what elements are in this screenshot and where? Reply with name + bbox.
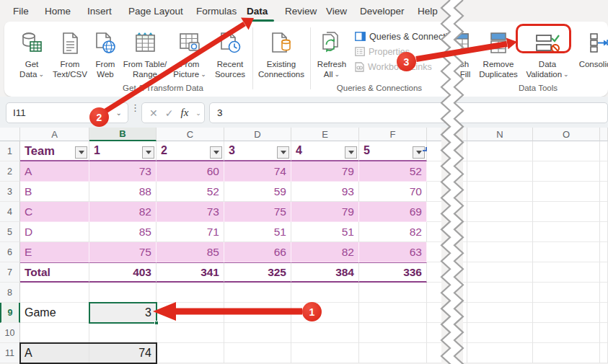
empty-cell[interactable] [467, 262, 533, 283]
table-resize-handle[interactable] [423, 147, 427, 151]
table-cell[interactable]: B [20, 182, 89, 202]
tab-page-layout[interactable]: Page Layout [128, 0, 183, 22]
empty-cell[interactable] [89, 323, 157, 343]
table-cell[interactable]: 70 [359, 182, 427, 202]
empty-cell[interactable] [533, 343, 600, 363]
empty-cell[interactable] [467, 283, 533, 303]
table-cell[interactable]: 82 [89, 202, 157, 222]
table-cell[interactable]: 74 [224, 161, 291, 182]
empty-cell[interactable] [157, 283, 224, 303]
empty-cell[interactable] [600, 283, 608, 303]
empty-cell[interactable] [467, 161, 533, 182]
table-header-5[interactable]: 5 [359, 141, 427, 161]
table-cell[interactable]: 51 [291, 222, 359, 242]
row-header-6[interactable]: 6 [0, 242, 20, 262]
table-header-3[interactable]: 3 [224, 141, 291, 161]
table-cell[interactable]: 79 [291, 202, 359, 222]
enter-icon[interactable]: ✓ [165, 107, 174, 119]
empty-cell[interactable] [467, 343, 533, 363]
formula-bar-options-icon[interactable]: ⋮ [131, 105, 140, 110]
total-cell[interactable]: 336 [359, 262, 427, 283]
empty-cell[interactable] [224, 323, 291, 343]
row-header-3[interactable]: 3 [0, 182, 20, 202]
row-header-1[interactable]: 1 [0, 141, 20, 161]
column-header-c[interactable]: C [157, 128, 224, 141]
table-cell[interactable]: E [20, 242, 89, 262]
tab-help[interactable]: Help [418, 0, 438, 22]
tab-home[interactable]: Home [45, 0, 71, 22]
empty-cell[interactable] [467, 141, 533, 161]
cancel-icon[interactable]: ✕ [149, 107, 158, 119]
column-header-f[interactable]: F [359, 128, 427, 141]
empty-cell[interactable] [359, 343, 427, 363]
empty-cell[interactable] [467, 242, 533, 262]
empty-cell[interactable] [467, 303, 533, 323]
empty-cell[interactable] [600, 242, 608, 262]
column-header-b[interactable]: B [89, 128, 157, 141]
empty-cell[interactable] [427, 161, 441, 182]
empty-cell[interactable] [224, 303, 291, 323]
filter-dropdown-icon[interactable] [142, 146, 154, 159]
table-header-2[interactable]: 2 [157, 141, 224, 161]
filter-dropdown-icon[interactable] [75, 146, 87, 159]
row-header-10[interactable]: 10 [0, 323, 20, 343]
table-cell[interactable]: 85 [89, 222, 157, 242]
row-header-11[interactable]: 11 [0, 343, 20, 363]
name-box[interactable]: I11 ⌄ [6, 102, 128, 123]
filter-dropdown-icon[interactable] [277, 146, 289, 159]
filter-dropdown-icon[interactable] [345, 146, 357, 159]
table-cell[interactable]: 69 [359, 202, 427, 222]
empty-cell[interactable] [427, 323, 441, 343]
empty-cell[interactable] [600, 303, 608, 323]
empty-cell[interactable] [467, 182, 533, 202]
table-cell[interactable]: 82 [291, 242, 359, 262]
empty-cell[interactable] [533, 323, 600, 343]
empty-cell[interactable] [224, 343, 291, 363]
empty-cell[interactable] [157, 343, 224, 363]
tab-review[interactable]: Review [285, 0, 317, 22]
table-cell[interactable]: 75 [89, 242, 157, 262]
row-header-8[interactable]: 8 [0, 283, 20, 303]
table-cell[interactable]: 66 [224, 242, 291, 262]
empty-cell[interactable] [224, 283, 291, 303]
tab-developer[interactable]: Developer [360, 0, 405, 22]
empty-cell[interactable] [600, 343, 608, 363]
empty-cell[interactable] [427, 182, 441, 202]
table-cell[interactable]: 60 [157, 161, 224, 182]
empty-cell[interactable] [427, 303, 441, 323]
table-cell[interactable]: C [20, 202, 89, 222]
table-cell[interactable]: 73 [89, 161, 157, 182]
empty-cell[interactable] [600, 182, 608, 202]
total-label-cell[interactable]: Total [20, 262, 89, 283]
table-cell[interactable]: A [20, 161, 89, 182]
table-cell[interactable]: 51 [224, 222, 291, 242]
table-cell[interactable]: 93 [291, 182, 359, 202]
table-cell[interactable]: 52 [157, 182, 224, 202]
table-cell[interactable]: D [20, 222, 89, 242]
tab-data[interactable]: Data [247, 0, 268, 22]
get-data-button[interactable]: Get Data [12, 25, 52, 97]
column-header-e[interactable]: E [291, 128, 359, 141]
fill-handle[interactable] [154, 321, 159, 325]
empty-cell[interactable] [427, 262, 441, 283]
empty-cell[interactable] [533, 262, 600, 283]
empty-cell[interactable] [291, 343, 359, 363]
total-cell[interactable]: 325 [224, 262, 291, 283]
table-cell[interactable]: 88 [89, 182, 157, 202]
row-header-9[interactable]: 9 [0, 303, 20, 323]
empty-cell[interactable] [467, 323, 533, 343]
empty-cell[interactable] [359, 283, 427, 303]
formula-input[interactable]: 3 [209, 102, 608, 123]
column-header-n[interactable]: N [467, 128, 533, 141]
table-cell[interactable]: 73 [157, 202, 224, 222]
empty-cell[interactable] [157, 303, 224, 323]
tab-view[interactable]: View [326, 0, 347, 22]
empty-cell[interactable] [20, 283, 89, 303]
tab-file[interactable]: File [13, 0, 29, 22]
table-header-team[interactable]: Team [20, 141, 89, 161]
column-header-a[interactable]: A [20, 128, 89, 141]
table-header-4[interactable]: 4 [291, 141, 359, 161]
total-cell[interactable]: 384 [291, 262, 359, 283]
empty-cell[interactable] [600, 323, 608, 343]
empty-cell[interactable] [600, 141, 608, 161]
